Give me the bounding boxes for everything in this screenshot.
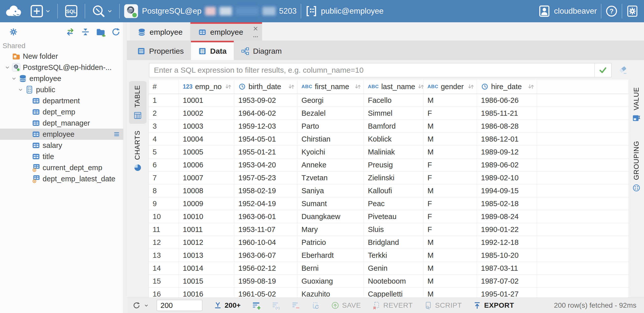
grid-cell[interactable]: M [423,236,477,249]
grid-cell[interactable]: 1959-12-03 [234,120,297,132]
tree-item-dept-emp[interactable]: dept_emp [0,106,127,118]
grid-cell[interactable]: 10009 [179,197,234,210]
tab-value-panel[interactable]: VALUE [632,83,641,127]
close-icon[interactable] [252,25,259,32]
sidebar-scrollbar[interactable] [123,22,127,313]
row-number[interactable]: 3 [149,120,179,132]
grid-cell[interactable]: 1987-03-11 [477,262,537,275]
grid-cell[interactable]: 1986-06-26 [477,94,537,107]
grid-cell[interactable]: M [423,133,477,145]
row-number[interactable]: 11 [149,223,179,236]
column-header-birth_date[interactable]: birth_date [234,80,297,94]
user-menu[interactable]: cloudbeaver [538,5,597,17]
row-number[interactable]: 15 [149,275,179,287]
grid-cell[interactable]: 10011 [179,223,234,236]
grid-cell[interactable]: 1955-01-21 [234,146,297,158]
row-number[interactable]: 5 [149,146,179,158]
grid-cell[interactable]: 10007 [179,171,234,184]
delete-row-icon[interactable] [291,301,300,310]
sync-connections-icon[interactable] [65,27,75,37]
tab-properties[interactable]: Properties [130,41,191,60]
grid-cell[interactable]: Genin [364,262,423,275]
grid-cell[interactable]: 1956-02-12 [234,262,297,275]
grid-cell[interactable]: Kalloufi [364,184,423,197]
tree-expander[interactable] [17,86,25,93]
grid-cell[interactable]: 10013 [179,249,234,262]
settings-gear-icon[interactable] [626,5,638,17]
add-row-icon[interactable] [252,301,260,310]
column-header-hire_date[interactable]: hire_date [477,80,537,94]
sidebar-settings-gear-icon[interactable] [9,27,18,37]
grid-cell[interactable]: 1986-12-01 [477,133,537,145]
grid-cell[interactable]: 10001 [179,94,234,107]
grid-cell[interactable]: 10002 [179,107,234,120]
grid-cell[interactable]: 1959-08-19 [234,275,297,287]
grid-cell[interactable]: M [423,94,477,107]
new-folder-icon[interactable] [96,27,105,37]
fetch-more-button[interactable]: 200+ [213,301,241,310]
tree-item-salary[interactable]: salary [0,140,127,151]
grid-cell[interactable]: M [423,288,477,298]
grid-cell[interactable]: 1958-02-19 [234,184,297,197]
grid-cell[interactable]: Simmel [364,107,423,120]
tab-menu-dots-icon[interactable] [252,33,259,40]
sort-icon[interactable] [354,83,362,90]
row-number[interactable]: 8 [149,184,179,197]
grid-cell[interactable]: Zielinski [364,171,423,184]
grid-cell[interactable]: Terkki [364,249,423,262]
sort-icon[interactable] [224,83,232,90]
grid-cell[interactable]: Kazuhito [297,288,364,298]
grid-cell[interactable]: 1963-06-01 [234,210,297,223]
script-button[interactable]: SCRIPT [424,301,462,310]
grid-cell[interactable]: F [423,210,477,223]
row-number[interactable]: 6 [149,159,179,171]
tree-item-postgresql-ep-hidden[interactable]: PostgreSQL@ep-hidden-... [0,62,127,73]
grid-cell[interactable]: Anneke [297,159,364,171]
connection-selector[interactable]: PostgreSQL@ep 5203 [124,4,297,18]
column-header-first_name[interactable]: ABCfirst_name [297,80,364,94]
tree-expander[interactable] [4,64,12,71]
grid-cell[interactable]: 1989-06-02 [477,159,537,171]
tab-table-presentation[interactable]: TABLE [129,81,147,124]
grid-cell[interactable]: Sluis [364,223,423,236]
row-number[interactable]: 12 [149,236,179,249]
grid-cell[interactable]: 10005 [179,146,234,158]
grid-cell[interactable]: Duangkaew [297,210,364,223]
grid-cell[interactable]: Mary [297,223,364,236]
tree-item-dept-manager[interactable]: dept_manager [0,118,127,129]
grid-cell[interactable]: 1953-09-02 [234,94,297,107]
tab-data[interactable]: Data [191,41,234,60]
row-number[interactable]: 1 [149,94,179,107]
column-header-rownum[interactable]: # [149,80,179,94]
row-number[interactable]: 4 [149,133,179,145]
grid-cell[interactable]: M [423,184,477,197]
grid-cell[interactable]: 10012 [179,236,234,249]
grid-cell[interactable]: 1992-12-18 [477,236,537,249]
grid-cell[interactable]: 1985-11-21 [477,107,537,120]
tree-item-employee[interactable]: employee [0,129,127,140]
tree-item-public[interactable]: public [0,84,127,95]
grid-cell[interactable]: Guoxiang [297,275,364,287]
sort-icon[interactable] [288,83,295,90]
grid-cell[interactable]: F [423,159,477,171]
refresh-results-button[interactable] [132,301,149,310]
tree-item-department[interactable]: department [0,95,127,106]
column-header-gender[interactable]: ABCgender [423,80,477,94]
tree-item-employee[interactable]: employee [0,73,127,84]
driver-manager-button[interactable] [89,4,115,18]
tab-employee-database[interactable]: employee [130,22,190,41]
grid-cell[interactable]: F [423,223,477,236]
grid-cell[interactable]: Bridgland [364,236,423,249]
apply-filter-button[interactable] [594,63,611,77]
grid-cell[interactable]: M [423,146,477,158]
grid-cell[interactable]: 1953-11-07 [234,223,297,236]
row-number[interactable]: 13 [149,249,179,262]
grid-cell[interactable]: 10003 [179,120,234,132]
refresh-icon[interactable] [111,27,121,37]
grid-cell[interactable]: 1961-05-02 [234,288,297,298]
sort-icon[interactable] [527,83,535,90]
grid-cell[interactable]: Cappelletti [364,288,423,298]
grid-cell[interactable]: F [423,107,477,120]
grid-cell[interactable]: Nooteboom [364,275,423,287]
grid-cell[interactable]: 10015 [179,275,234,287]
